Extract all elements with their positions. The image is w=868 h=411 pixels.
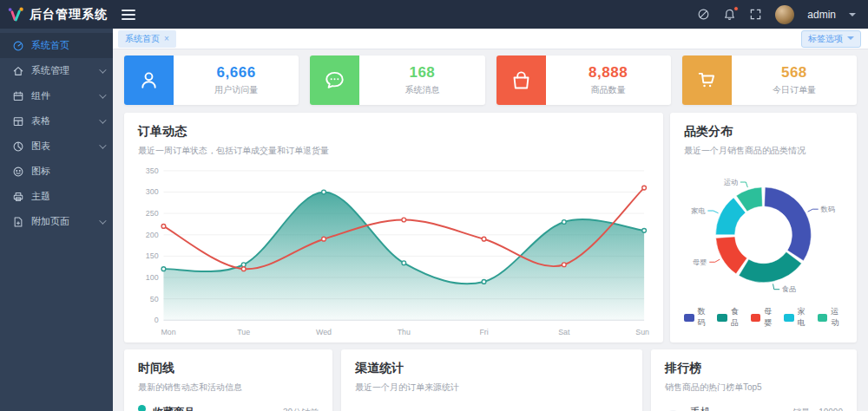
svg-text:50: 50 — [150, 295, 159, 303]
sidebar-item-label: 图标 — [31, 165, 50, 178]
legend-swatch — [784, 314, 794, 322]
timeline-item-title: 收藏商品 — [153, 405, 194, 411]
sidebar-item-home[interactable]: 系统首页 — [0, 33, 113, 58]
username[interactable]: admin — [807, 9, 836, 21]
notification-badge — [733, 6, 739, 11]
user-avatar[interactable] — [775, 5, 794, 24]
orders-line-chart: 050100150200250300350MonTueWedThuFriSatS… — [138, 162, 649, 342]
legend-label: 食品 — [731, 306, 743, 329]
sidebar: 系统首页系统管理组件表格图表图标主题附加页面 — [0, 29, 113, 411]
sidebar-item-system[interactable]: 系统管理 — [0, 58, 113, 83]
sidebar-menu: 系统首页系统管理组件表格图表图标主题附加页面 — [0, 33, 113, 234]
cart-icon — [682, 55, 732, 105]
chevron-down-icon — [99, 91, 106, 98]
categories-donut-chart: 数码食品母婴家电运动 — [684, 164, 843, 303]
svg-text:300: 300 — [146, 187, 159, 196]
ranking-card-subtitle: 销售商品的热门榜单Top5 — [665, 382, 843, 394]
tab-home[interactable]: 系统首页 × — [118, 30, 176, 48]
home-icon — [12, 65, 24, 77]
legend-item[interactable]: 母婴 — [751, 306, 776, 329]
legend-item[interactable]: 数码 — [684, 306, 709, 329]
table-icon — [12, 115, 24, 127]
sidebar-item-label: 附加页面 — [31, 215, 69, 228]
message-icon — [310, 55, 359, 105]
sidebar-item-label: 表格 — [31, 114, 50, 127]
legend-item[interactable]: 家电 — [784, 306, 809, 329]
svg-text:Wed: Wed — [316, 328, 332, 336]
svg-text:Tue: Tue — [237, 328, 250, 336]
stat-label: 商品数量 — [591, 84, 626, 96]
disable-notify-icon[interactable] — [697, 8, 710, 21]
ranking-card-title: 排行榜 — [665, 361, 843, 376]
brand: 后台管理系统 — [0, 6, 113, 23]
stat-value: 168 — [409, 64, 435, 82]
orders-chart-card: 订单动态 最近一周订单状态，包括订单成交量和订单退货量 050100150200… — [124, 113, 663, 342]
legend-swatch — [684, 314, 694, 322]
chevron-down-icon — [99, 217, 106, 224]
svg-text:食品: 食品 — [781, 285, 796, 293]
legend-label: 母婴 — [764, 306, 776, 329]
svg-text:家电: 家电 — [691, 207, 705, 215]
dashboard-icon — [12, 40, 24, 52]
legend-swatch — [818, 314, 828, 322]
user-icon — [124, 55, 174, 105]
legend-item[interactable]: 食品 — [717, 306, 742, 329]
orders-card-subtitle: 最近一周订单状态，包括订单成交量和订单退货量 — [138, 145, 649, 157]
rank-name: 手机 — [690, 405, 711, 411]
bell-icon[interactable] — [723, 8, 736, 21]
sidebar-item-theme[interactable]: 主题 — [0, 184, 113, 209]
stat-card-3: 568今日订单量 — [682, 55, 857, 105]
sidebar-item-label: 图表 — [31, 140, 50, 153]
sidebar-item-components[interactable]: 组件 — [0, 83, 113, 108]
fullscreen-icon[interactable] — [749, 8, 762, 21]
donut-legend: 数码食品母婴家电运动 — [684, 306, 843, 329]
chevron-down-icon — [847, 36, 854, 43]
sidebar-item-label: 主题 — [31, 190, 50, 203]
legend-item[interactable]: 运动 — [818, 306, 843, 329]
sidebar-item-table[interactable]: 表格 — [0, 108, 113, 134]
categories-card-title: 品类分布 — [684, 124, 843, 140]
chevron-down-icon — [99, 116, 106, 123]
legend-swatch — [751, 314, 761, 322]
legend-label: 家电 — [798, 306, 810, 329]
svg-text:Thu: Thu — [398, 328, 411, 336]
sidebar-item-icons[interactable]: 图标 — [0, 159, 113, 184]
svg-text:0: 0 — [155, 316, 159, 324]
svg-text:100: 100 — [146, 273, 159, 282]
tag-options-button[interactable]: 标签选项 — [801, 30, 861, 48]
menu-toggle-icon[interactable] — [122, 10, 135, 20]
icons-icon — [12, 166, 24, 178]
main-content: 6,666用户访问量168系统消息8,888商品数量568今日订单量 订单动态 … — [113, 49, 868, 411]
ranking-items: 1手机销量：10000 — [665, 405, 843, 411]
timeline-item-time: 30分钟前 — [283, 407, 319, 411]
svg-text:Fri: Fri — [479, 328, 488, 336]
categories-chart-card: 品类分布 最近一个月销售商品的品类情况 数码食品母婴家电运动 数码食品母婴家电运… — [670, 113, 857, 342]
sidebar-item-pages[interactable]: 附加页面 — [0, 209, 113, 234]
stat-label: 今日订单量 — [773, 84, 816, 96]
svg-text:200: 200 — [146, 231, 159, 239]
chevron-down-icon — [99, 141, 106, 148]
stat-cards-row: 6,666用户访问量168系统消息8,888商品数量568今日订单量 — [124, 55, 857, 105]
stat-card-1: 168系统消息 — [310, 55, 484, 105]
channel-card: 渠道统计 最近一个月的订单来源统计 — [341, 349, 642, 411]
svg-text:数码: 数码 — [820, 206, 834, 213]
timeline-item: 收藏商品30分钟前xxx收藏了你的商品，就是不买 — [138, 405, 319, 411]
svg-text:Sat: Sat — [558, 328, 570, 336]
legend-label: 数码 — [698, 306, 710, 329]
chevron-down-icon[interactable] — [849, 13, 856, 20]
app-title: 后台管理系统 — [30, 7, 108, 23]
stat-value: 6,666 — [217, 64, 256, 82]
close-icon[interactable]: × — [164, 35, 169, 43]
sidebar-item-charts[interactable]: 图表 — [0, 134, 113, 159]
channel-card-title: 渠道统计 — [355, 361, 628, 376]
ranking-card: 排行榜 销售商品的热门榜单Top5 1手机销量：10000 — [651, 349, 857, 411]
top-header: 后台管理系统 admin — [0, 0, 868, 29]
svg-text:250: 250 — [146, 209, 159, 218]
tab-bar: 系统首页 × 标签选项 — [113, 29, 868, 49]
chevron-down-icon — [99, 66, 106, 73]
timeline-dot — [138, 405, 146, 411]
timeline-card-subtitle: 最新的销售动态和活动信息 — [138, 382, 319, 394]
legend-label: 运动 — [831, 306, 843, 329]
sidebar-item-label: 组件 — [31, 89, 50, 102]
legend-swatch — [717, 314, 727, 322]
